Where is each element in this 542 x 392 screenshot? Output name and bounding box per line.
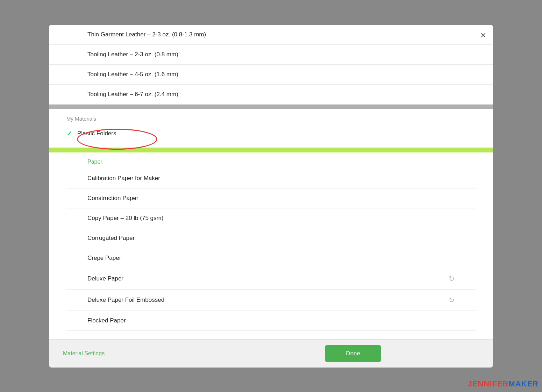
leather-item[interactable]: Tooling Leather – 6-7 oz. (2.4 mm) [49, 85, 493, 105]
paper-section-label: Paper [66, 152, 476, 169]
material-settings-button[interactable]: Material Settings [63, 350, 105, 357]
paper-item-label: Flocked Paper [87, 317, 126, 324]
done-button[interactable]: Done [325, 345, 381, 362]
paper-item[interactable]: Calibration Paper for Maker [66, 169, 476, 188]
scroll-area[interactable]: Thin Garment Leather – 2-3 oz. (0.8-1.3 … [49, 25, 493, 339]
paper-list: Calibration Paper for MakerConstruction … [66, 169, 476, 339]
paper-item-label: Deluxe Paper Foil Embossed [87, 297, 164, 304]
paper-item[interactable]: Construction Paper [66, 188, 476, 208]
section-divider [49, 105, 493, 109]
paper-item[interactable]: Flocked Paper [66, 311, 476, 331]
my-materials-label: My Materials [66, 116, 476, 122]
plastic-folders-label: Plastic Folders [77, 130, 116, 137]
refresh-icon[interactable]: ↻ [449, 275, 455, 283]
material-selection-modal: × Thin Garment Leather – 2-3 oz. (0.8-1.… [49, 25, 493, 368]
paper-item-label: Deluxe Paper [87, 275, 123, 282]
paper-section: Paper Calibration Paper for MakerConstru… [49, 152, 493, 339]
plastic-folders-item[interactable]: ✓ Plastic Folders [66, 126, 476, 141]
my-materials-section: My Materials ✓ Plastic Folders [49, 109, 493, 145]
refresh-icon[interactable]: ↻ [449, 296, 455, 304]
paper-item[interactable]: Deluxe Paper↻ [66, 268, 476, 290]
leather-item[interactable]: Tooling Leather – 4-5 oz. (1.6 mm) [49, 65, 493, 85]
paper-item[interactable]: Crepe Paper [66, 248, 476, 268]
paper-item-label: Copy Paper – 20 lb (75 gsm) [87, 215, 163, 222]
watermark-maker: MAKER [508, 379, 539, 388]
close-button[interactable]: × [480, 30, 486, 40]
paper-item[interactable]: Foil Paper – 0.36 mm↻ [66, 331, 476, 339]
paper-item-label: Corrugated Paper [87, 235, 135, 242]
paper-item-label: Calibration Paper for Maker [87, 175, 160, 182]
paper-item[interactable]: Copy Paper – 20 lb (75 gsm) [66, 208, 476, 228]
paper-item[interactable]: Corrugated Paper [66, 228, 476, 248]
watermark: JENNIFERMAKER [468, 379, 539, 389]
leather-item[interactable]: Thin Garment Leather – 2-3 oz. (0.8-1.3 … [49, 25, 493, 45]
leather-list: Thin Garment Leather – 2-3 oz. (0.8-1.3 … [49, 25, 493, 105]
modal-footer: Material Settings Done [49, 339, 493, 368]
paper-item-label: Crepe Paper [87, 255, 121, 262]
paper-item-label: Construction Paper [87, 195, 138, 202]
watermark-jennifer: JENNIFER [468, 379, 509, 388]
paper-item[interactable]: Deluxe Paper Foil Embossed↻ [66, 290, 476, 311]
checkmark-icon: ✓ [66, 129, 72, 138]
green-highlight-bar [49, 148, 493, 152]
leather-item[interactable]: Tooling Leather – 2-3 oz. (0.8 mm) [49, 45, 493, 65]
